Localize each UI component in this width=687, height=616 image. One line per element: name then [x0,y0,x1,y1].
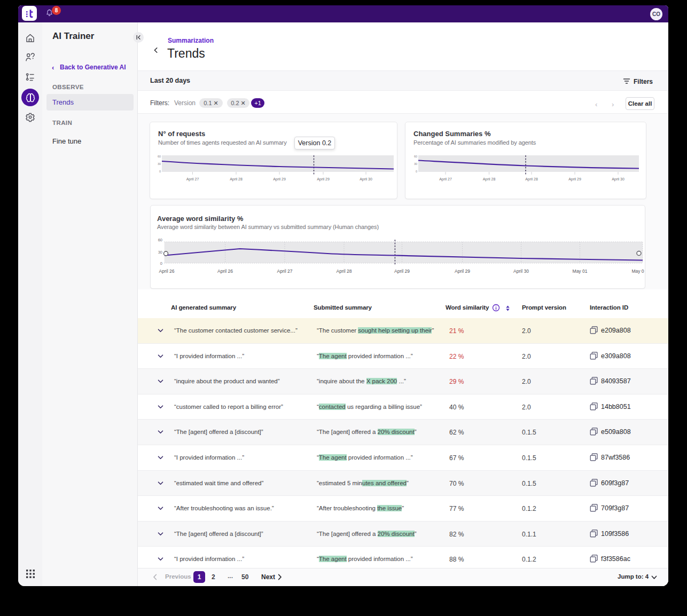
svg-text:April 29: April 29 [394,268,410,274]
svg-text:60: 60 [158,238,162,242]
svg-text:30: 30 [414,162,417,165]
svg-text:0: 0 [160,261,162,266]
svg-text:May 01: May 01 [573,268,588,274]
svg-text:April 27: April 27 [439,177,452,181]
svg-text:April 27: April 27 [277,268,293,274]
svg-text:April 30: April 30 [612,177,624,181]
svg-text:April 30: April 30 [360,177,372,181]
svg-text:April 27: April 27 [186,177,199,181]
svg-text:60: 60 [158,155,161,158]
svg-text:May 0: May 0 [631,268,644,274]
svg-text:April 29: April 29 [568,177,581,181]
svg-text:0: 0 [159,170,161,173]
svg-text:60: 60 [414,155,417,158]
svg-text:April 30: April 30 [513,268,529,274]
svg-text:0: 0 [416,170,417,173]
svg-text:April 26: April 26 [159,268,175,274]
svg-text:April 26: April 26 [217,268,233,274]
svg-text:April 28: April 28 [337,268,352,274]
svg-text:April 29: April 29 [273,177,286,181]
svg-text:April 29: April 29 [317,177,330,181]
svg-text:April 28: April 28 [525,177,538,181]
svg-text:April 29: April 29 [455,268,470,274]
svg-text:30: 30 [158,250,162,255]
svg-text:30: 30 [158,162,161,165]
svg-text:April 28: April 28 [230,177,243,181]
svg-text:April 28: April 28 [483,177,496,181]
